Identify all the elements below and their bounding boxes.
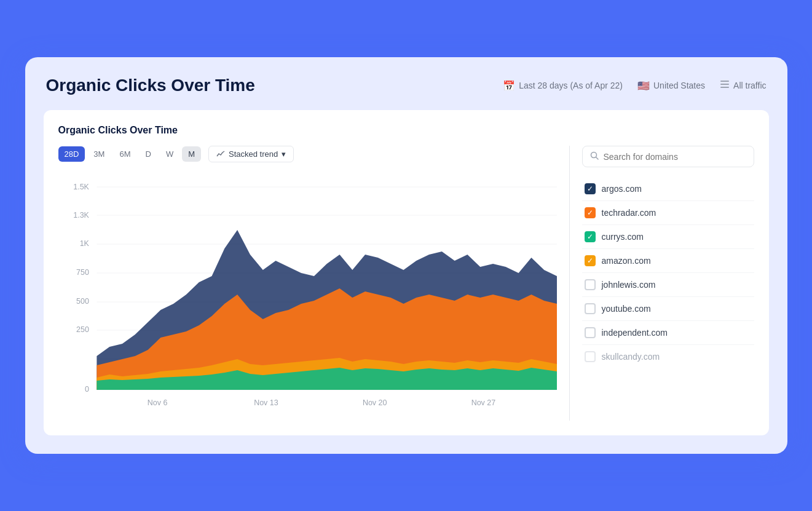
domain-item-argos[interactable]: ✓ argos.com — [582, 177, 754, 201]
search-box[interactable] — [582, 146, 754, 167]
calendar-icon: 📅 — [503, 80, 515, 92]
traffic-control[interactable]: All traffic — [720, 79, 766, 92]
domain-name-amazon: amazon.com — [602, 256, 651, 266]
flag-icon: 🇺🇸 — [637, 80, 650, 92]
svg-text:750: 750 — [76, 268, 89, 277]
search-input[interactable] — [604, 152, 746, 162]
time-btn-m[interactable]: M — [182, 146, 201, 162]
date-range-control[interactable]: 📅 Last 28 days (As of Apr 22) — [503, 80, 623, 92]
domain-name-youtube: youtube.com — [602, 304, 651, 314]
chart-svg: 1.5K 1.3K 1K 750 500 250 0 — [58, 175, 557, 421]
time-btn-6m[interactable]: 6M — [113, 146, 136, 162]
trend-label: Stacked trend — [229, 149, 278, 159]
checkbox-youtube[interactable] — [585, 303, 596, 314]
checkbox-currys[interactable]: ✓ — [585, 231, 596, 242]
domain-name-currys: currys.com — [602, 232, 644, 242]
chart-controls: 28D 3M 6M D W M Stacked trend ▾ — [58, 146, 557, 162]
domain-item-johnlewis[interactable]: johnlewis.com — [582, 273, 754, 297]
checkbox-skullcandy[interactable] — [585, 351, 596, 362]
checkbox-argos[interactable]: ✓ — [585, 183, 596, 194]
outer-container: Organic Clicks Over Time 📅 Last 28 days … — [25, 57, 787, 454]
trend-icon — [216, 150, 225, 159]
domain-item-skullcandy[interactable]: skullcandy.com — [582, 345, 754, 368]
chart-section: 28D 3M 6M D W M Stacked trend ▾ — [58, 146, 557, 421]
svg-text:Nov 27: Nov 27 — [471, 398, 495, 407]
trend-button[interactable]: Stacked trend ▾ — [208, 146, 294, 162]
card-title: Organic Clicks Over Time — [58, 125, 754, 136]
svg-rect-2 — [720, 87, 729, 88]
domain-item-techradar[interactable]: ✓ techradar.com — [582, 201, 754, 225]
svg-text:Nov 6: Nov 6 — [147, 398, 167, 407]
domains-section: ✓ argos.com ✓ techradar.com ✓ currys.com — [582, 146, 754, 421]
svg-line-27 — [596, 157, 598, 160]
time-btn-28d[interactable]: 28D — [58, 146, 85, 162]
domain-name-skullcandy: skullcandy.com — [602, 352, 660, 362]
svg-text:500: 500 — [76, 297, 89, 306]
chevron-down-icon: ▾ — [282, 149, 286, 159]
domain-name-johnlewis: johnlewis.com — [602, 280, 656, 290]
country-control[interactable]: 🇺🇸 United States — [637, 80, 705, 92]
date-range-label: Last 28 days (As of Apr 22) — [519, 81, 623, 90]
search-icon — [590, 151, 599, 162]
time-btn-3m[interactable]: 3M — [87, 146, 111, 162]
chart-wrapper: 1.5K 1.3K 1K 750 500 250 0 — [58, 175, 557, 421]
page-title: Organic Clicks Over Time — [46, 76, 255, 95]
svg-text:1.5K: 1.5K — [73, 183, 90, 191]
checkbox-amazon[interactable]: ✓ — [585, 255, 596, 266]
domain-name-argos: argos.com — [602, 184, 642, 194]
card-body: 28D 3M 6M D W M Stacked trend ▾ — [58, 146, 754, 421]
svg-rect-1 — [720, 84, 729, 85]
domain-item-amazon[interactable]: ✓ amazon.com — [582, 249, 754, 273]
domain-item-currys[interactable]: ✓ currys.com — [582, 225, 754, 249]
svg-rect-0 — [720, 81, 729, 82]
domain-item-youtube[interactable]: youtube.com — [582, 297, 754, 321]
time-btn-d[interactable]: D — [139, 146, 157, 162]
svg-text:Nov 13: Nov 13 — [254, 398, 278, 407]
checkbox-johnlewis[interactable] — [585, 279, 596, 290]
country-label: United States — [653, 81, 705, 90]
checkbox-techradar[interactable]: ✓ — [585, 207, 596, 218]
svg-text:0: 0 — [84, 385, 89, 394]
main-card: Organic Clicks Over Time 28D 3M 6M D W M… — [44, 110, 769, 435]
domain-name-independent: independent.com — [602, 328, 668, 338]
svg-text:Nov 20: Nov 20 — [362, 398, 387, 407]
svg-text:250: 250 — [76, 325, 89, 334]
traffic-icon — [720, 79, 730, 92]
traffic-label: All traffic — [733, 81, 766, 90]
page-header: Organic Clicks Over Time 📅 Last 28 days … — [44, 76, 769, 95]
checkbox-independent[interactable] — [585, 327, 596, 338]
svg-text:1.3K: 1.3K — [73, 211, 90, 220]
svg-text:1K: 1K — [79, 239, 89, 248]
time-btn-w[interactable]: W — [160, 146, 179, 162]
header-controls: 📅 Last 28 days (As of Apr 22) 🇺🇸 United … — [503, 79, 766, 92]
domain-list: ✓ argos.com ✓ techradar.com ✓ currys.com — [582, 177, 754, 368]
section-divider — [569, 146, 570, 421]
domain-name-techradar: techradar.com — [602, 208, 656, 218]
domain-item-independent[interactable]: independent.com — [582, 321, 754, 345]
